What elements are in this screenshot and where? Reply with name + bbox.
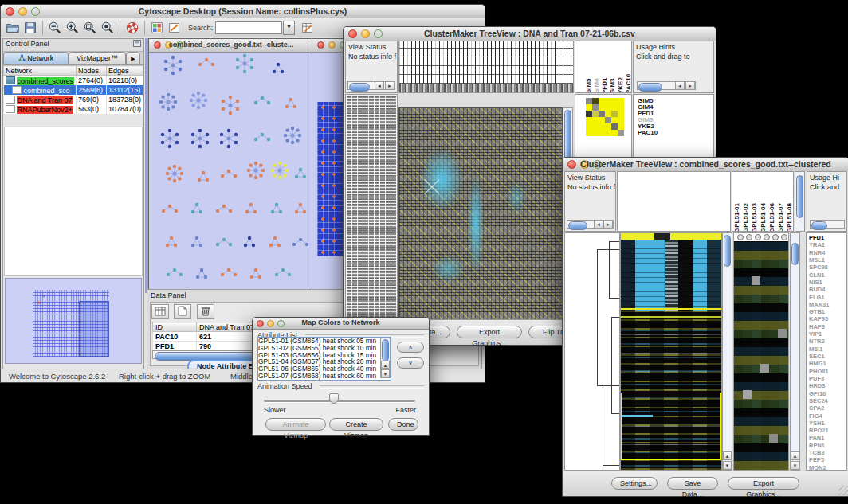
zoom-out-icon[interactable] (47, 20, 63, 36)
tv1-status-hscrollbar[interactable]: ◄ ► (347, 81, 395, 90)
col-header-nodes[interactable]: Nodes (77, 66, 107, 76)
tv1-hints-hscrollbar[interactable]: ◄ ► (637, 81, 696, 90)
column-label[interactable]: GIM3 (609, 41, 617, 93)
gene-label[interactable]: HMG1 (809, 360, 829, 367)
gene-label[interactable]: PHO81 (809, 368, 829, 375)
tv1-column-dendrogram[interactable] (398, 41, 574, 93)
scrollbar-thumb[interactable] (382, 339, 389, 361)
tv2-column-dendrogram[interactable] (617, 171, 731, 232)
gene-label[interactable]: RNR4 (809, 249, 829, 256)
tv2-gene-labels-panel[interactable]: PFD1YRA1RNR4MSL1SPC98CLN1NIS1BUD4ELG1MAK… (806, 232, 847, 471)
gene-label[interactable]: FIG4 (809, 412, 829, 420)
gene-label[interactable]: YRA1 (809, 241, 829, 248)
gene-label[interactable]: HAP3 (809, 323, 829, 330)
gene-label[interactable]: SPC98 (809, 264, 829, 271)
animation-speed-slider[interactable] (264, 400, 415, 403)
tv2-zoom-vscrollbar[interactable]: ▲ ▼ (790, 232, 800, 471)
overview-viewport-rect[interactable] (79, 301, 109, 357)
gene-label[interactable]: SEC1 (809, 353, 829, 360)
tv2-status-hscrollbar[interactable]: ◄ ► (567, 220, 614, 229)
attribute-item[interactable]: GPL51-07 (GSM868) heat shock 60 min (258, 373, 391, 380)
gene-label[interactable]: KAP95 (809, 315, 829, 322)
column-label[interactable]: GPL51-04 (GSM857) (760, 172, 768, 232)
network-row[interactable]: RNAPuberNov2+ 563(0) 107847(0) (4, 104, 143, 114)
save-data-button[interactable]: Save Data... (667, 477, 718, 490)
column-label[interactable]: GPL51-02 (GSM855) (742, 172, 751, 232)
animate-vizmap-button[interactable]: Animate Vizmap (265, 418, 326, 431)
gene-label[interactable]: GTB1 (809, 308, 829, 315)
dialog-titlebar[interactable]: Map Colors to Network (253, 318, 429, 330)
scrollbar-thumb[interactable] (724, 235, 731, 267)
scrollbar-thumb[interactable] (791, 243, 799, 265)
gene-label[interactable]: BUD4 (809, 286, 829, 293)
slider-thumb[interactable] (329, 393, 339, 404)
column-label[interactable]: PAC10 (625, 41, 632, 93)
gene-label[interactable]: PUF3 (809, 375, 829, 382)
gene-label[interactable]: MSL1 (809, 256, 829, 264)
network-list-table[interactable]: Network Nodes Edges combined_scores 2764… (3, 65, 143, 114)
scroll-up-button[interactable]: ▲ (381, 361, 390, 369)
scrollbar-thumb[interactable] (568, 221, 587, 230)
gene-label[interactable]: CLN1 (809, 272, 829, 279)
gene-label[interactable]: SEC24 (809, 397, 829, 404)
minimize-button[interactable] (328, 41, 336, 49)
gene-label[interactable]: MAK31 (809, 301, 829, 308)
network-row[interactable]: combined_scores 2764(0) 16218(0) (4, 76, 143, 86)
row-label[interactable]: PAC10 (638, 130, 658, 136)
scroll-down-button[interactable]: ▼ (723, 461, 732, 470)
treeview1-titlebar[interactable]: ClusterMaker TreeView : DNA and Tran 07-… (344, 27, 716, 41)
scroll-up-button[interactable]: ▲ (723, 451, 732, 460)
column-label[interactable]: GPL51-07 (GSM868) (777, 172, 786, 232)
gene-label[interactable]: MON2 (809, 464, 829, 471)
tv1-heatmap-canvas[interactable] (398, 107, 563, 332)
close-button[interactable] (317, 41, 324, 49)
trash-icon[interactable] (197, 304, 214, 319)
gene-label[interactable]: MSI1 (809, 346, 829, 353)
gene-label[interactable]: RPN1 (809, 442, 829, 449)
tv2-labels-vscrollbar[interactable] (795, 171, 805, 232)
move-down-button[interactable]: ∨ (397, 357, 424, 369)
float-panel-icon[interactable] (133, 40, 141, 47)
zoom-in-icon[interactable] (65, 20, 80, 36)
column-label[interactable]: GPL51-08 (GSM872) (786, 172, 794, 232)
gene-label[interactable]: VIP1 (809, 330, 829, 338)
tv2-heatmap-canvas[interactable] (620, 232, 722, 471)
help-lifesaver-icon[interactable] (124, 20, 140, 36)
save-icon[interactable] (22, 20, 38, 36)
network-row-selected[interactable]: combined_sco 2569(6) 13112(15) (4, 85, 143, 95)
gene-label[interactable]: RPO21 (809, 427, 829, 434)
tv2-zoom-panel[interactable] (733, 232, 789, 471)
gene-label[interactable]: PFD1 (809, 234, 829, 241)
new-attribute-icon[interactable] (174, 304, 191, 319)
network-overview-panel[interactable] (5, 278, 142, 364)
zoom-fit-icon[interactable] (82, 20, 98, 36)
column-label[interactable]: GPL51-01 (GSM854) (733, 172, 742, 232)
create-vizmap-button[interactable]: Create Vizmap (329, 418, 383, 431)
tv2-heatmap-vscrollbar[interactable]: ▲ ▼ (722, 232, 732, 471)
tab-overflow-arrow[interactable]: ▶ (126, 52, 140, 64)
col-header-edges[interactable]: Edges (106, 66, 143, 76)
gene-label[interactable]: TCB3 (809, 449, 829, 456)
tv1-global-matrix-thumbnail[interactable] (586, 98, 624, 136)
zoom-selected-icon[interactable] (100, 20, 116, 36)
settings-button[interactable]: Settings... (611, 477, 658, 490)
export-graphics-button[interactable]: Export Graphics... (457, 326, 522, 338)
scrollbar-thumb[interactable] (349, 83, 370, 92)
column-label[interactable]: YKE2 (617, 41, 625, 93)
col-header-network[interactable]: Network (4, 66, 77, 76)
done-button[interactable]: Done (388, 418, 418, 431)
treeview2-titlebar[interactable]: ClusterMaker TreeView : combined_scores_… (563, 158, 848, 172)
network-canvas[interactable] (151, 53, 312, 292)
tv2-row-dendrogram[interactable] (564, 232, 620, 471)
scroll-down-button[interactable]: ▼ (791, 461, 799, 470)
network-view-titlebar[interactable]: combined_scores_good.txt--cluste... (149, 39, 313, 53)
network-row[interactable]: DNA and Tran 07 769(0) 183728(0) (4, 95, 143, 104)
column-label[interactable]: GPL51-06 (GSM865) (768, 172, 777, 232)
scrollbar-thumb[interactable] (811, 221, 827, 230)
tv1-column-labels-panel[interactable]: GIM5GIM4PFD1GIM3YKE2PAC10 (575, 41, 632, 93)
annotation-icon[interactable] (167, 20, 183, 36)
scrollbar-thumb[interactable] (796, 175, 803, 218)
tab-network[interactable]: Network (3, 52, 69, 64)
tv2-column-labels-panel[interactable]: GPL51-01 (GSM854)GPL51-02 (GSM855)GPL51-… (732, 171, 794, 232)
zoom-heatmap[interactable] (734, 241, 788, 470)
